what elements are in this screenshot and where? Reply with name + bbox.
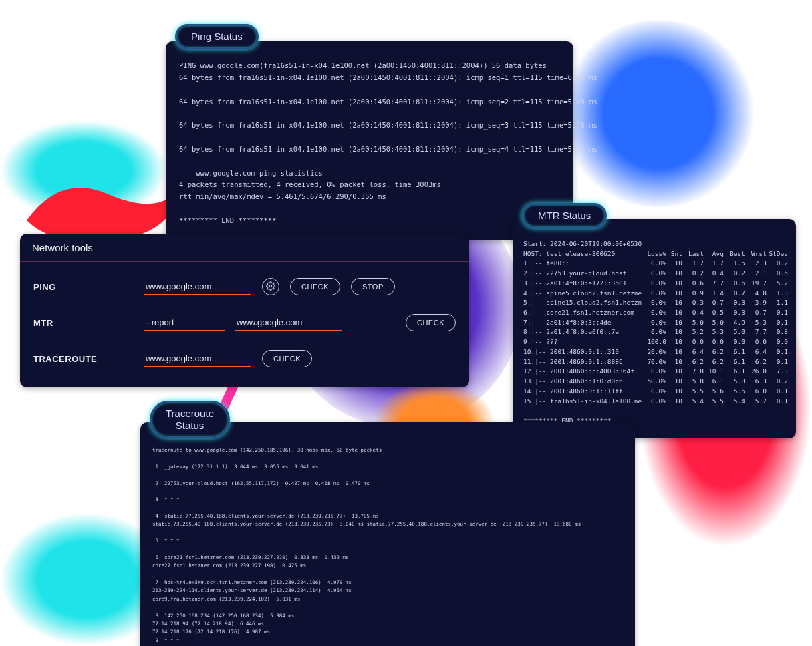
mtr-label: MTR — [33, 318, 134, 328]
mtr-terminal-output: Start: 2024-06-20T19:00:00+0530HOST: tes… — [523, 239, 785, 426]
ping-stop-button[interactable]: STOP — [351, 278, 395, 295]
mtr-status-badge: MTR Status — [522, 203, 607, 228]
traceroute-status-panel: Traceroute Status traceroute to www.goog… — [140, 422, 635, 646]
mtr-options-input[interactable] — [144, 315, 225, 331]
traceroute-check-button[interactable]: CHECK — [262, 350, 312, 367]
traceroute-status-badge: Traceroute Status — [150, 401, 230, 438]
ping-host-input[interactable] — [144, 279, 251, 295]
svg-point-0 — [269, 285, 272, 287]
ping-status-badge: Ping Status — [175, 24, 259, 49]
traceroute-label: TRACEROUTE — [33, 354, 134, 364]
ping-status-panel: Ping Status PING www.google.com(fra16s51… — [166, 41, 573, 240]
network-tools-panel: Network tools PING CHECK STOP MTR CHECK … — [20, 234, 469, 387]
network-tools-header: Network tools — [20, 234, 469, 262]
traceroute-row: TRACEROUTE CHECK — [33, 350, 456, 367]
gear-icon — [266, 281, 275, 293]
ping-settings-button[interactable] — [262, 278, 279, 295]
traceroute-terminal-output: traceroute to www.google.com (142.250.18… — [152, 446, 623, 646]
mtr-check-button[interactable]: CHECK — [406, 314, 456, 331]
ping-label: PING — [33, 282, 134, 292]
ping-check-button[interactable]: CHECK — [290, 278, 340, 295]
ping-row: PING CHECK STOP — [33, 278, 456, 295]
mtr-host-input[interactable] — [235, 315, 342, 331]
ping-terminal-output: PING www.google.com(fra16s51-in-x04.1e10… — [179, 60, 560, 227]
mtr-status-panel: MTR Status Start: 2024-06-20T19:00:00+05… — [513, 219, 796, 438]
mtr-row: MTR CHECK — [33, 314, 456, 331]
traceroute-host-input[interactable] — [144, 351, 251, 367]
